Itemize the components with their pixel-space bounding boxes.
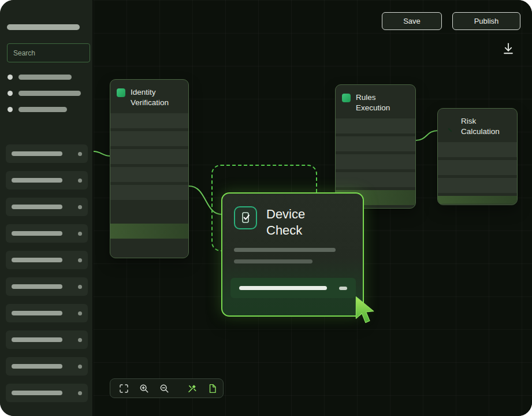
label-placeholder	[18, 91, 81, 96]
list-item[interactable]	[6, 171, 88, 190]
zoom-in-icon[interactable]	[138, 382, 150, 394]
canvas-toolbar	[110, 378, 224, 398]
node-title: Identity Verification	[131, 87, 183, 108]
skeleton-line	[234, 259, 312, 263]
skeleton-row	[336, 118, 415, 133]
item-label-placeholder	[12, 205, 62, 209]
node-header: Device Check	[222, 194, 363, 241]
item-handle-dot	[78, 285, 82, 289]
item-label-placeholder	[12, 231, 62, 236]
node-title: Risk Calculation	[461, 116, 511, 137]
item-label-placeholder	[12, 284, 62, 289]
skeleton-row	[438, 178, 517, 193]
skeleton-row	[336, 172, 415, 187]
file-icon[interactable]	[206, 382, 218, 394]
node-title: Device Check	[266, 206, 330, 239]
node-palette	[6, 144, 88, 402]
spacer	[110, 203, 188, 224]
item-handle-dot	[78, 365, 82, 369]
list-item[interactable]	[6, 384, 88, 402]
bullet-icon	[8, 91, 13, 96]
item-label-placeholder	[12, 337, 62, 342]
sidebar-section-item[interactable]	[8, 107, 81, 112]
sidebar-section-list	[8, 75, 81, 112]
skeleton-row	[110, 149, 188, 164]
app-window: Save Publish Identity Verification	[0, 0, 532, 416]
sidebar-section-item[interactable]	[8, 91, 81, 96]
list-item[interactable]	[6, 198, 88, 216]
list-item[interactable]	[6, 277, 88, 296]
list-item[interactable]	[6, 330, 88, 349]
node-risk-calculation[interactable]: Risk Calculation	[437, 108, 518, 205]
item-label-placeholder	[12, 391, 62, 395]
publish-button[interactable]: Publish	[452, 12, 520, 30]
phone-check-icon	[234, 206, 257, 229]
node-rules-execution[interactable]: Rules Execution	[335, 84, 416, 209]
bullet-icon	[8, 107, 13, 112]
bullet-icon	[8, 75, 13, 80]
skeleton-row	[110, 185, 188, 200]
list-item[interactable]	[6, 144, 88, 163]
skeleton-row	[110, 113, 188, 128]
item-handle-dot	[78, 205, 82, 209]
node-identity-verification[interactable]: Identity Verification	[110, 79, 189, 258]
footer-value-placeholder	[339, 287, 347, 290]
skeleton-row-highlighted	[438, 196, 517, 204]
list-item[interactable]	[6, 224, 88, 243]
node-header: Identity Verification	[110, 80, 188, 113]
node-title: Rules Execution	[356, 92, 410, 113]
item-handle-dot	[78, 311, 82, 315]
diamond-alert-icon	[444, 116, 456, 128]
logo-placeholder	[7, 24, 80, 30]
sidebar	[0, 0, 94, 416]
skeleton-row	[110, 131, 188, 146]
node-header: Rules Execution	[336, 85, 415, 118]
list-item[interactable]	[6, 357, 88, 376]
list-item[interactable]	[6, 251, 88, 269]
skeleton-row	[336, 154, 415, 169]
green-square-icon	[342, 94, 351, 102]
list-item[interactable]	[6, 304, 88, 322]
label-placeholder	[18, 75, 72, 80]
item-label-placeholder	[12, 311, 62, 315]
item-label-placeholder	[12, 151, 62, 156]
label-placeholder	[18, 107, 67, 112]
item-label-placeholder	[12, 178, 62, 183]
green-square-icon	[117, 88, 125, 97]
zoom-out-icon[interactable]	[158, 382, 170, 394]
item-handle-dot	[78, 338, 82, 342]
tools-icon[interactable]	[186, 382, 198, 394]
save-button[interactable]: Save	[382, 12, 442, 30]
item-handle-dot	[78, 391, 82, 395]
item-handle-dot	[78, 258, 82, 262]
item-handle-dot	[78, 152, 82, 156]
footer-label-placeholder	[239, 286, 327, 290]
search-input[interactable]	[7, 43, 90, 62]
item-handle-dot	[78, 179, 82, 183]
skeleton-row	[438, 160, 517, 175]
node-footer-band	[230, 278, 356, 298]
item-label-placeholder	[12, 364, 62, 369]
skeleton-line	[234, 248, 336, 252]
node-header: Risk Calculation	[438, 109, 517, 142]
item-label-placeholder	[12, 258, 62, 262]
skeleton-row	[438, 142, 517, 157]
skeleton-row	[336, 136, 415, 151]
fit-view-icon[interactable]	[118, 382, 129, 394]
skeleton-row	[110, 167, 188, 182]
skeleton-row-highlighted	[110, 224, 188, 239]
workflow-canvas[interactable]: Save Publish Identity Verification	[94, 0, 532, 416]
sidebar-section-item[interactable]	[8, 75, 81, 80]
download-icon[interactable]	[500, 40, 517, 57]
item-handle-dot	[78, 232, 82, 236]
node-device-check[interactable]: Device Check	[221, 192, 364, 317]
